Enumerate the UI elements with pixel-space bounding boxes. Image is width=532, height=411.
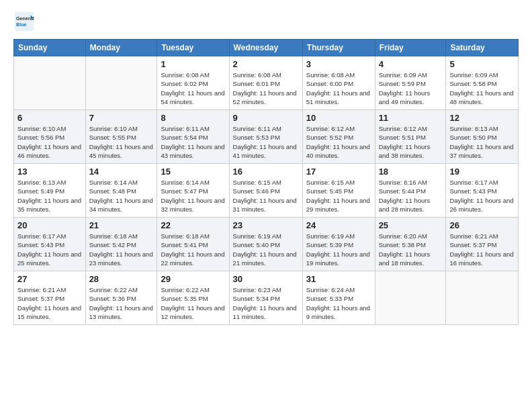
calendar-cell: 27Sunrise: 6:21 AM Sunset: 5:37 PM Dayli… (14, 271, 86, 325)
day-number: 10 (306, 113, 371, 123)
day-info: Sunrise: 6:14 AM Sunset: 5:48 PM Dayligh… (89, 178, 154, 214)
calendar-cell: 24Sunrise: 6:19 AM Sunset: 5:39 PM Dayli… (302, 218, 375, 271)
calendar-cell (446, 271, 519, 325)
day-number: 17 (306, 167, 371, 177)
week-row-1: 1Sunrise: 6:08 AM Sunset: 6:02 PM Daylig… (14, 56, 519, 110)
day-info: Sunrise: 6:08 AM Sunset: 6:01 PM Dayligh… (233, 71, 299, 106)
day-number: 23 (233, 220, 299, 230)
day-info: Sunrise: 6:23 AM Sunset: 5:34 PM Dayligh… (233, 285, 299, 321)
weekday-friday: Friday (375, 40, 446, 56)
day-info: Sunrise: 6:09 AM Sunset: 5:59 PM Dayligh… (379, 71, 443, 106)
calendar-cell: 23Sunrise: 6:19 AM Sunset: 5:40 PM Dayli… (229, 218, 302, 271)
calendar-cell: 26Sunrise: 6:21 AM Sunset: 5:37 PM Dayli… (446, 218, 519, 271)
day-number: 27 (17, 274, 82, 284)
weekday-tuesday: Tuesday (157, 40, 229, 56)
calendar-cell: 5Sunrise: 6:09 AM Sunset: 5:58 PM Daylig… (446, 56, 519, 110)
calendar-cell: 4Sunrise: 6:09 AM Sunset: 5:59 PM Daylig… (375, 56, 446, 110)
week-row-4: 20Sunrise: 6:17 AM Sunset: 5:43 PM Dayli… (14, 218, 519, 271)
weekday-sunday: Sunday (14, 40, 86, 56)
logo: General Blue (13, 11, 38, 32)
calendar-cell: 22Sunrise: 6:18 AM Sunset: 5:41 PM Dayli… (157, 218, 229, 271)
day-info: Sunrise: 6:17 AM Sunset: 5:43 PM Dayligh… (449, 178, 515, 214)
day-info: Sunrise: 6:24 AM Sunset: 5:33 PM Dayligh… (306, 285, 371, 321)
calendar-cell: 14Sunrise: 6:14 AM Sunset: 5:48 PM Dayli… (85, 164, 157, 218)
day-number: 19 (449, 167, 515, 177)
logo-icon: General Blue (13, 11, 35, 32)
day-number: 31 (306, 274, 371, 284)
day-info: Sunrise: 6:19 AM Sunset: 5:40 PM Dayligh… (233, 232, 299, 267)
calendar-cell: 3Sunrise: 6:08 AM Sunset: 6:00 PM Daylig… (302, 56, 375, 110)
calendar-cell: 8Sunrise: 6:11 AM Sunset: 5:54 PM Daylig… (157, 110, 229, 164)
page: General Blue SundayMondayTuesdayWednesda… (0, 0, 532, 411)
week-row-5: 27Sunrise: 6:21 AM Sunset: 5:37 PM Dayli… (14, 271, 519, 325)
day-info: Sunrise: 6:18 AM Sunset: 5:41 PM Dayligh… (161, 232, 225, 267)
day-number: 28 (89, 274, 154, 284)
calendar-cell: 28Sunrise: 6:22 AM Sunset: 5:36 PM Dayli… (85, 271, 157, 325)
day-info: Sunrise: 6:10 AM Sunset: 5:56 PM Dayligh… (17, 124, 82, 160)
week-row-2: 6Sunrise: 6:10 AM Sunset: 5:56 PM Daylig… (14, 110, 519, 164)
day-info: Sunrise: 6:15 AM Sunset: 5:46 PM Dayligh… (233, 178, 299, 214)
day-info: Sunrise: 6:14 AM Sunset: 5:47 PM Dayligh… (161, 178, 225, 214)
day-info: Sunrise: 6:17 AM Sunset: 5:43 PM Dayligh… (17, 232, 82, 267)
calendar-cell (375, 271, 446, 325)
day-number: 7 (89, 113, 154, 123)
calendar-cell: 25Sunrise: 6:20 AM Sunset: 5:38 PM Dayli… (375, 218, 446, 271)
weekday-wednesday: Wednesday (229, 40, 302, 56)
day-number: 29 (161, 274, 225, 284)
day-info: Sunrise: 6:12 AM Sunset: 5:52 PM Dayligh… (306, 124, 371, 160)
day-info: Sunrise: 6:13 AM Sunset: 5:49 PM Dayligh… (17, 178, 82, 214)
calendar-cell: 29Sunrise: 6:22 AM Sunset: 5:35 PM Dayli… (157, 271, 229, 325)
day-number: 6 (17, 113, 82, 123)
day-number: 1 (161, 59, 225, 69)
day-number: 2 (233, 59, 299, 69)
day-number: 9 (233, 113, 299, 123)
weekday-saturday: Saturday (446, 40, 519, 56)
calendar-cell: 21Sunrise: 6:18 AM Sunset: 5:42 PM Dayli… (85, 218, 157, 271)
day-info: Sunrise: 6:11 AM Sunset: 5:54 PM Dayligh… (161, 124, 225, 160)
day-info: Sunrise: 6:13 AM Sunset: 5:50 PM Dayligh… (449, 124, 515, 160)
day-info: Sunrise: 6:08 AM Sunset: 6:02 PM Dayligh… (161, 71, 225, 106)
weekday-thursday: Thursday (302, 40, 375, 56)
week-row-3: 13Sunrise: 6:13 AM Sunset: 5:49 PM Dayli… (14, 164, 519, 218)
day-number: 18 (379, 167, 443, 177)
calendar-cell: 9Sunrise: 6:11 AM Sunset: 5:53 PM Daylig… (229, 110, 302, 164)
calendar-cell: 15Sunrise: 6:14 AM Sunset: 5:47 PM Dayli… (157, 164, 229, 218)
day-info: Sunrise: 6:12 AM Sunset: 5:51 PM Dayligh… (379, 124, 443, 160)
calendar-cell: 30Sunrise: 6:23 AM Sunset: 5:34 PM Dayli… (229, 271, 302, 325)
day-info: Sunrise: 6:11 AM Sunset: 5:53 PM Dayligh… (233, 124, 299, 160)
day-info: Sunrise: 6:08 AM Sunset: 6:00 PM Dayligh… (306, 71, 371, 106)
day-info: Sunrise: 6:19 AM Sunset: 5:39 PM Dayligh… (306, 232, 371, 267)
calendar-cell: 17Sunrise: 6:15 AM Sunset: 5:45 PM Dayli… (302, 164, 375, 218)
calendar-cell: 31Sunrise: 6:24 AM Sunset: 5:33 PM Dayli… (302, 271, 375, 325)
day-number: 12 (449, 113, 515, 123)
day-number: 21 (89, 220, 154, 230)
calendar-table: SundayMondayTuesdayWednesdayThursdayFrid… (13, 39, 519, 325)
day-info: Sunrise: 6:20 AM Sunset: 5:38 PM Dayligh… (379, 232, 443, 267)
calendar-cell (85, 56, 157, 110)
day-number: 22 (161, 220, 225, 230)
calendar-cell: 20Sunrise: 6:17 AM Sunset: 5:43 PM Dayli… (14, 218, 86, 271)
day-number: 30 (233, 274, 299, 284)
calendar-cell: 7Sunrise: 6:10 AM Sunset: 5:55 PM Daylig… (85, 110, 157, 164)
day-number: 24 (306, 220, 371, 230)
weekday-header-row: SundayMondayTuesdayWednesdayThursdayFrid… (14, 40, 519, 56)
day-info: Sunrise: 6:22 AM Sunset: 5:35 PM Dayligh… (161, 285, 225, 321)
calendar-cell: 11Sunrise: 6:12 AM Sunset: 5:51 PM Dayli… (375, 110, 446, 164)
day-info: Sunrise: 6:21 AM Sunset: 5:37 PM Dayligh… (17, 285, 82, 321)
day-info: Sunrise: 6:10 AM Sunset: 5:55 PM Dayligh… (89, 124, 154, 160)
calendar-cell: 18Sunrise: 6:16 AM Sunset: 5:44 PM Dayli… (375, 164, 446, 218)
day-number: 8 (161, 113, 225, 123)
day-number: 4 (379, 59, 443, 69)
day-number: 13 (17, 167, 82, 177)
calendar-cell: 1Sunrise: 6:08 AM Sunset: 6:02 PM Daylig… (157, 56, 229, 110)
calendar-cell (14, 56, 86, 110)
calendar-cell: 10Sunrise: 6:12 AM Sunset: 5:52 PM Dayli… (302, 110, 375, 164)
day-number: 15 (161, 167, 225, 177)
day-number: 5 (449, 59, 515, 69)
day-number: 16 (233, 167, 299, 177)
day-info: Sunrise: 6:16 AM Sunset: 5:44 PM Dayligh… (379, 178, 443, 214)
calendar-cell: 19Sunrise: 6:17 AM Sunset: 5:43 PM Dayli… (446, 164, 519, 218)
day-info: Sunrise: 6:15 AM Sunset: 5:45 PM Dayligh… (306, 178, 371, 214)
svg-text:Blue: Blue (16, 21, 27, 28)
day-number: 3 (306, 59, 371, 69)
